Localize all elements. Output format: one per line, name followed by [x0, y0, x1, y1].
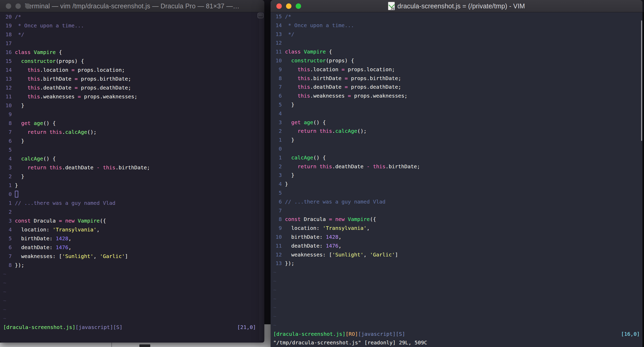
- empty-buffer-line[interactable]: ~: [271, 321, 642, 330]
- empty-buffer-line[interactable]: ~: [0, 278, 264, 287]
- code-line[interactable]: 7 this.deathDate = props.deathDate;: [271, 83, 642, 92]
- code-line[interactable]: 11 this.weaknesses = props.weaknesses;: [0, 92, 264, 101]
- code-line[interactable]: 17: [0, 39, 264, 48]
- empty-buffer-line[interactable]: ~: [271, 312, 642, 321]
- code-line[interactable]: 11 deathDate: 1476,: [271, 242, 642, 250]
- code-line[interactable]: 12: [271, 39, 642, 47]
- code-line[interactable]: 8});: [0, 261, 264, 270]
- code-line[interactable]: 8 get age() {: [0, 119, 264, 128]
- line-number: 18: [3, 30, 12, 39]
- minimize-button[interactable]: [15, 3, 21, 9]
- empty-buffer-line[interactable]: ~: [271, 286, 642, 295]
- empty-buffer-line[interactable]: ~: [0, 305, 264, 314]
- empty-buffer-line[interactable]: ~: [0, 314, 264, 323]
- code-line[interactable]: 2 return this.deathDate - this.birthDate…: [271, 162, 642, 171]
- code-line[interactable]: 15/*: [271, 12, 642, 21]
- code-line[interactable]: 3 get age() {: [271, 118, 642, 127]
- close-button[interactable]: [276, 3, 282, 9]
- empty-buffer-line[interactable]: ~: [0, 287, 264, 296]
- code-line[interactable]: 9 location: 'Transylvania',: [271, 224, 642, 233]
- code-line[interactable]: 7 weaknesses: ['Sunlight', 'Garlic']: [0, 252, 264, 261]
- empty-buffer-line[interactable]: ~: [0, 296, 264, 305]
- code-line[interactable]: 1// ...there was a guy named Vlad: [0, 199, 264, 207]
- code-line[interactable]: 3const Dracula = new Vampire({: [0, 216, 264, 225]
- code-line[interactable]: 13 */: [271, 30, 642, 39]
- split-pane-button[interactable]: [258, 13, 264, 18]
- code-line[interactable]: 2 return this.calcAge();: [271, 127, 642, 136]
- line-number: 12: [273, 250, 282, 259]
- close-button[interactable]: [6, 3, 11, 9]
- code-line[interactable]: 3 return this.deathDate - this.birthDate…: [0, 163, 264, 172]
- code-line[interactable]: 19 * Once upon a time...: [0, 21, 264, 30]
- code-line[interactable]: 6 deathDate: 1476,: [0, 243, 264, 252]
- code-line[interactable]: 20/*: [0, 12, 264, 21]
- code-line[interactable]: 8const Dracula = new Vampire({: [271, 215, 642, 224]
- line-number: 4: [273, 180, 282, 189]
- vim-cursor: [15, 191, 18, 198]
- code-line[interactable]: 5 }: [271, 100, 642, 109]
- code-line[interactable]: 1}: [0, 181, 264, 190]
- terminal-titlebar[interactable]: Terminal — vim /tmp/dracula-screenshot.j…: [0, 0, 264, 12]
- code-line[interactable]: 15 constructor(props) {: [0, 57, 264, 65]
- minimize-button[interactable]: [286, 3, 291, 9]
- empty-buffer-line[interactable]: ~: [271, 303, 642, 312]
- line-number: 4: [3, 225, 12, 234]
- code-line[interactable]: 13});: [271, 259, 642, 268]
- line-number: 1: [273, 153, 282, 162]
- code-line[interactable]: 1 }: [271, 136, 642, 145]
- line-number: 15: [273, 12, 282, 21]
- code-line[interactable]: 5: [0, 145, 264, 154]
- code-line[interactable]: 9 this.location = props.location;: [271, 65, 642, 74]
- code-line[interactable]: 4}: [271, 180, 642, 189]
- vim-buffer-right[interactable]: 15/*14 * Once upon a time...13 */1211cla…: [271, 12, 642, 347]
- macvim-titlebar[interactable]: JS dracula-screenshot.js = (/private/tmp…: [271, 0, 642, 12]
- scrollbar-thumb[interactable]: [641, 20, 642, 141]
- code-line[interactable]: 16class Vampire {: [0, 48, 264, 57]
- code-line[interactable]: 3 }: [271, 171, 642, 180]
- line-number: 15: [3, 57, 12, 65]
- code-line[interactable]: 6 this.weaknesses = props.weaknesses;: [271, 92, 642, 100]
- code-line[interactable]: 4: [271, 109, 642, 118]
- empty-buffer-line[interactable]: ~: [0, 270, 264, 278]
- code-line[interactable]: 2 }: [0, 172, 264, 181]
- code-line[interactable]: 2: [0, 207, 264, 216]
- vim-command-line: "/tmp/dracula-screenshot.js" [readonly] …: [271, 338, 642, 347]
- macvim-window-title: JS dracula-screenshot.js = (/private/tmp…: [388, 2, 525, 10]
- empty-buffer-line[interactable]: ~: [271, 295, 642, 303]
- code-line[interactable]: 0: [0, 190, 264, 199]
- code-line[interactable]: 10 }: [0, 101, 264, 110]
- code-line[interactable]: 10 constructor(props) {: [271, 56, 642, 65]
- line-number: 10: [273, 233, 282, 242]
- code-line[interactable]: 10 birthDate: 1428,: [271, 233, 642, 242]
- code-line[interactable]: 9: [0, 110, 264, 119]
- line-number: 16: [3, 48, 12, 57]
- line-number: 2: [3, 172, 12, 181]
- empty-buffer-line[interactable]: ~: [271, 268, 642, 277]
- code-line[interactable]: 4 location: 'Transylvania',: [0, 225, 264, 234]
- code-line[interactable]: 0: [271, 145, 642, 153]
- code-line[interactable]: 14 * Once upon a time...: [271, 21, 642, 30]
- code-line[interactable]: 14 this.location = props.location;: [0, 65, 264, 74]
- code-line[interactable]: 11class Vampire {: [271, 47, 642, 56]
- code-line[interactable]: 4 calcAge() {: [0, 154, 264, 163]
- code-line[interactable]: 8 this.birthDate = props.birthDate;: [271, 74, 642, 83]
- code-line[interactable]: 13 this.birthDate = props.birthDate;: [0, 74, 264, 83]
- code-line[interactable]: 18 */: [0, 30, 264, 39]
- zoom-button[interactable]: [25, 3, 31, 9]
- code-line[interactable]: 7: [271, 206, 642, 215]
- code-line[interactable]: 1 calcAge() {: [271, 153, 642, 162]
- code-line[interactable]: 5: [271, 189, 642, 198]
- zoom-button[interactable]: [296, 3, 301, 9]
- code-line[interactable]: 6// ...there was a guy named Vlad: [271, 198, 642, 206]
- code-line[interactable]: 6 }: [0, 136, 264, 145]
- empty-buffer-line[interactable]: ~: [271, 277, 642, 286]
- line-number: 3: [3, 163, 12, 172]
- code-line[interactable]: 12 this.deathDate = props.deathDate;: [0, 83, 264, 92]
- vim-buffer-left[interactable]: 20/*19 * Once upon a time...18 */1716cla…: [0, 12, 264, 343]
- line-number: 5: [273, 100, 282, 109]
- code-line[interactable]: 7 return this.calcAge();: [0, 128, 264, 136]
- vim-statusline: [dracula-screenshot.js][javascript][S][2…: [0, 323, 264, 332]
- code-line[interactable]: 5 birthDate: 1428,: [0, 234, 264, 243]
- scrollbar[interactable]: [259, 12, 264, 340]
- code-line[interactable]: 12 weaknesses: ['Sunlight', 'Garlic']: [271, 250, 642, 259]
